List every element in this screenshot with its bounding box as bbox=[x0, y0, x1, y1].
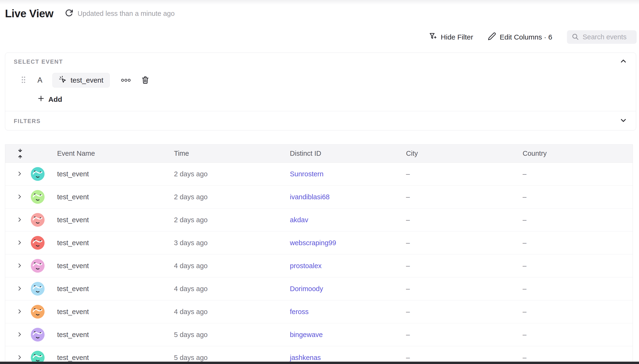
collapse-section-button[interactable] bbox=[619, 57, 629, 66]
column-header-city[interactable]: City bbox=[406, 150, 523, 158]
cell-distinct-id-link[interactable]: Sunrostern bbox=[290, 170, 406, 178]
column-header-event-name[interactable]: Event Name bbox=[57, 150, 174, 158]
expand-row-button[interactable] bbox=[17, 286, 23, 292]
cell-time: 5 days ago bbox=[174, 331, 290, 339]
table-row[interactable]: test_event 4 days ago feross – – bbox=[5, 300, 632, 323]
chevron-right-icon bbox=[17, 219, 22, 223]
query-builder-card: SELECT EVENT A test bbox=[5, 52, 636, 130]
cell-distinct-id-link[interactable]: Dorimoody bbox=[290, 285, 406, 293]
cell-event-name: test_event bbox=[57, 239, 174, 247]
select-event-label: SELECT EVENT bbox=[14, 58, 63, 65]
cell-country: – bbox=[523, 193, 632, 201]
expand-row-button[interactable] bbox=[17, 194, 23, 200]
avatar bbox=[31, 190, 45, 204]
column-header-distinct-id[interactable]: Distinct ID bbox=[290, 150, 406, 158]
avatar bbox=[31, 328, 45, 342]
avatar bbox=[31, 213, 45, 227]
expand-row-button[interactable] bbox=[17, 309, 23, 314]
cell-distinct-id-link[interactable]: bingewave bbox=[290, 331, 406, 339]
edit-columns-button[interactable]: Edit Columns · 6 bbox=[488, 32, 552, 42]
table-row[interactable]: test_event 5 days ago jashkenas – – bbox=[5, 346, 632, 364]
avatar bbox=[31, 282, 45, 296]
expand-row-button[interactable] bbox=[17, 263, 23, 268]
cell-distinct-id-link[interactable]: prostoalex bbox=[290, 262, 406, 270]
expand-row-button[interactable] bbox=[17, 217, 23, 223]
avatar-face bbox=[31, 259, 45, 273]
cell-time: 4 days ago bbox=[174, 308, 290, 316]
chevron-right-icon bbox=[17, 196, 22, 200]
expand-filters-button[interactable] bbox=[619, 116, 629, 126]
column-header-time[interactable]: Time bbox=[174, 150, 290, 158]
event-query-row: A test_event bbox=[5, 73, 150, 88]
drag-handle[interactable] bbox=[21, 76, 27, 85]
cell-distinct-id-link[interactable]: feross bbox=[290, 308, 406, 316]
column-header-country[interactable]: Country bbox=[523, 150, 632, 158]
chevron-down-icon bbox=[619, 121, 627, 125]
avatar-face bbox=[31, 213, 45, 227]
cell-city: – bbox=[406, 170, 523, 178]
cell-distinct-id-link[interactable]: akdav bbox=[290, 216, 406, 224]
select-event-section: SELECT EVENT A test bbox=[5, 53, 636, 111]
trash-icon bbox=[141, 81, 150, 85]
cell-city: – bbox=[406, 193, 523, 201]
table-row[interactable]: test_event 3 days ago webscraping99 – – bbox=[5, 232, 632, 254]
search-box[interactable] bbox=[567, 30, 637, 44]
cell-distinct-id-link[interactable]: webscraping99 bbox=[290, 239, 406, 247]
cell-time: 4 days ago bbox=[174, 262, 290, 270]
cell-event-name: test_event bbox=[57, 331, 174, 339]
table-row[interactable]: test_event 4 days ago prostoalex – – bbox=[5, 254, 632, 278]
ellipsis-icon bbox=[121, 81, 131, 85]
cell-city: – bbox=[406, 354, 523, 362]
hide-filter-button[interactable]: Hide Filter bbox=[429, 32, 473, 42]
table-row[interactable]: test_event 5 days ago bingewave – – bbox=[5, 323, 632, 346]
refresh-icon bbox=[65, 9, 73, 18]
collapse-all-rows-button[interactable] bbox=[16, 148, 25, 159]
cell-distinct-id-link[interactable]: jashkenas bbox=[290, 354, 406, 362]
table-row[interactable]: test_event 2 days ago akdav – – bbox=[5, 208, 632, 232]
table-row[interactable]: test_event 2 days ago ivandiblasi68 – – bbox=[5, 186, 632, 208]
add-label: Add bbox=[48, 96, 62, 104]
cell-distinct-id-link[interactable]: ivandiblasi68 bbox=[290, 193, 406, 201]
hide-filter-label: Hide Filter bbox=[441, 33, 473, 41]
table-row[interactable]: test_event 4 days ago Dorimoody – – bbox=[5, 278, 632, 300]
chevron-right-icon bbox=[17, 334, 22, 338]
cell-time: 2 days ago bbox=[174, 216, 290, 224]
refresh-button[interactable] bbox=[64, 9, 74, 18]
cell-country: – bbox=[523, 331, 632, 339]
page-title: Live View bbox=[5, 7, 53, 20]
chevron-right-icon bbox=[17, 288, 22, 292]
cell-city: – bbox=[406, 262, 523, 270]
events-table: Event Name Time Distinct ID City Country bbox=[5, 144, 633, 364]
event-selector-chip[interactable]: test_event bbox=[52, 73, 110, 88]
avatar-face bbox=[31, 304, 45, 319]
cell-country: – bbox=[523, 354, 632, 362]
expand-row-button[interactable] bbox=[17, 240, 23, 246]
cell-time: 2 days ago bbox=[174, 193, 290, 201]
search-input[interactable] bbox=[583, 33, 632, 41]
avatar-face bbox=[31, 282, 45, 296]
cell-country: – bbox=[523, 239, 632, 247]
avatar-face bbox=[31, 190, 45, 204]
chevron-right-icon bbox=[17, 173, 22, 177]
cell-event-name: test_event bbox=[57, 170, 174, 178]
avatar bbox=[31, 259, 45, 273]
expand-row-button[interactable] bbox=[17, 355, 23, 360]
avatar bbox=[31, 304, 45, 319]
expand-row-button[interactable] bbox=[17, 171, 23, 177]
cell-country: – bbox=[523, 308, 632, 316]
avatar-face bbox=[31, 236, 45, 250]
cell-event-name: test_event bbox=[57, 308, 174, 316]
cell-city: – bbox=[406, 239, 523, 247]
cell-country: – bbox=[523, 170, 632, 178]
cursor-click-icon bbox=[59, 76, 67, 85]
cell-city: – bbox=[406, 331, 523, 339]
add-event-button[interactable]: Add bbox=[38, 95, 62, 104]
avatar bbox=[31, 236, 45, 250]
filters-label: FILTERS bbox=[14, 118, 41, 124]
delete-event-button[interactable] bbox=[141, 76, 150, 85]
cell-event-name: test_event bbox=[57, 262, 174, 270]
more-options-button[interactable] bbox=[121, 76, 131, 84]
expand-row-button[interactable] bbox=[17, 332, 23, 338]
cell-city: – bbox=[406, 216, 523, 224]
table-row[interactable]: test_event 2 days ago Sunrostern – – bbox=[5, 162, 632, 186]
